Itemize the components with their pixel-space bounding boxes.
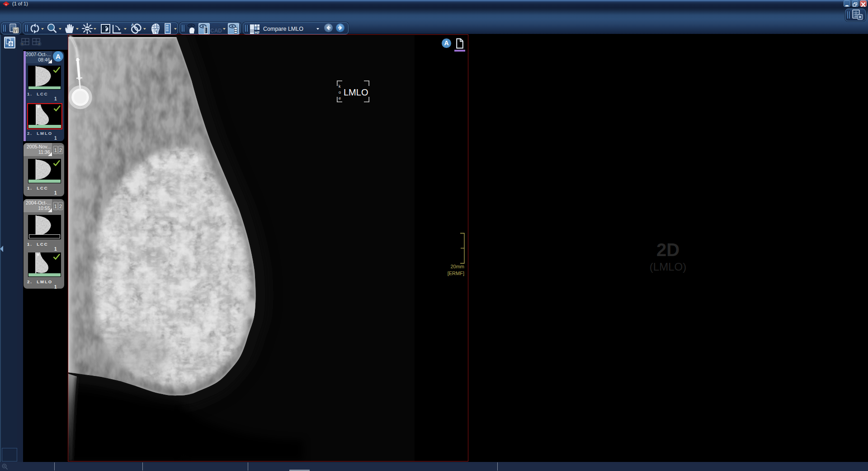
svg-text:2: 2 — [59, 147, 62, 153]
svg-text:o: o — [339, 90, 341, 95]
svg-text:k: k — [339, 84, 341, 89]
svg-text:1: 1 — [54, 147, 57, 153]
svg-text:2: 2 — [59, 204, 62, 209]
svg-text:HP: HP — [255, 30, 259, 34]
svg-text:1: 1 — [54, 204, 57, 209]
svg-text:e: e — [339, 96, 341, 100]
svg-text:LMLO: LMLO — [344, 87, 368, 97]
svg-text:dy: dy — [5, 3, 7, 5]
